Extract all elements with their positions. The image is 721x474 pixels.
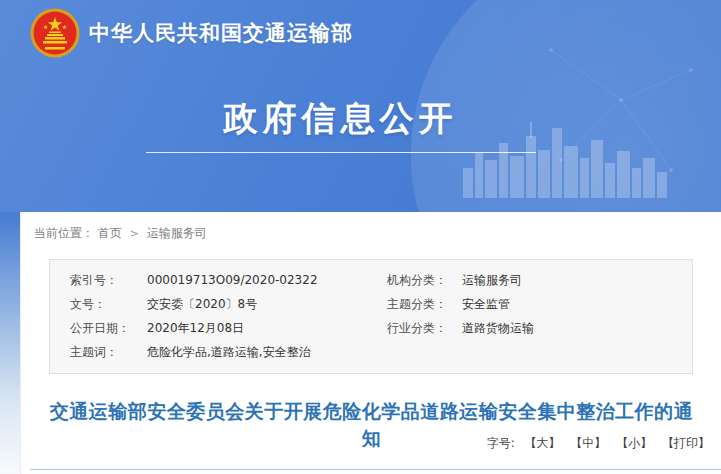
breadcrumb-current-link[interactable]: 运输服务司 bbox=[147, 226, 207, 240]
meta-label-keywords: 主题词： bbox=[70, 345, 147, 360]
national-emblem-icon bbox=[30, 8, 80, 58]
font-size-label: 字号: bbox=[487, 436, 515, 450]
meta-label-industry: 行业分类： bbox=[387, 321, 462, 336]
bottom-divider bbox=[30, 469, 721, 470]
banner: 中华人民共和国交通运输部 政府信息公开 bbox=[0, 0, 721, 212]
font-size-large-button[interactable]: 【大】 bbox=[525, 436, 561, 450]
page: 中华人民共和国交通运输部 政府信息公开 当前位置： 首页 > 运输服务司 索引号… bbox=[0, 0, 721, 474]
print-button[interactable]: 【打印】 bbox=[662, 436, 710, 450]
breadcrumb-separator: > bbox=[130, 227, 139, 240]
meta-label-index: 索引号： bbox=[70, 273, 147, 288]
breadcrumb-home-link[interactable]: 首页 bbox=[98, 226, 122, 240]
site-brand[interactable]: 中华人民共和国交通运输部 bbox=[30, 8, 353, 58]
font-size-small-button[interactable]: 【小】 bbox=[616, 436, 652, 450]
breadcrumb-label: 当前位置： bbox=[34, 226, 94, 240]
meta-value-docno: 交安委〔2020〕8号 bbox=[147, 297, 387, 312]
meta-value-date: 2020年12月08日 bbox=[147, 321, 387, 336]
breadcrumb: 当前位置： 首页 > 运输服务司 bbox=[21, 212, 721, 242]
meta-value-keywords: 危险化学品,道路运输,安全整治 bbox=[147, 345, 387, 360]
font-size-controls: 字号: 【大】 【中】 【小】 【打印】 bbox=[487, 435, 710, 452]
meta-label-date: 公开日期： bbox=[70, 321, 147, 336]
meta-value-topic: 安全监管 bbox=[462, 297, 692, 312]
banner-title: 政府信息公开 bbox=[0, 96, 701, 142]
meta-value-org: 运输服务司 bbox=[462, 273, 692, 288]
banner-underline bbox=[146, 152, 536, 153]
site-name[interactable]: 中华人民共和国交通运输部 bbox=[89, 19, 353, 47]
meta-label-docno: 文号： bbox=[70, 297, 147, 312]
document-metadata-table: 索引号： 000019713O09/2020-02322 机构分类： 运输服务司… bbox=[49, 259, 693, 374]
font-size-medium-button[interactable]: 【中】 bbox=[570, 436, 606, 450]
meta-value-index: 000019713O09/2020-02322 bbox=[147, 273, 387, 288]
meta-value-industry: 道路货物运输 bbox=[462, 321, 692, 336]
meta-label-org: 机构分类： bbox=[387, 273, 462, 288]
meta-label-topic: 主题分类： bbox=[387, 297, 462, 312]
